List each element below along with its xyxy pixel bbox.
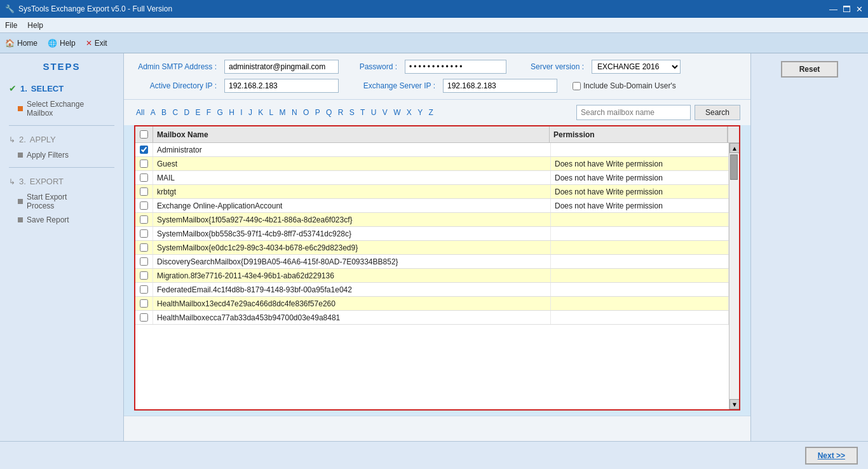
alpha-link-all[interactable]: All	[134, 107, 146, 118]
row-checkbox-cell	[135, 241, 153, 254]
substep3b-dot	[18, 217, 23, 222]
nav-exit[interactable]: ✕ Exit	[86, 39, 107, 48]
alpha-link-n[interactable]: N	[290, 107, 299, 118]
table-row[interactable]: SystemMailbox{1f05a927-449c-4b21-886a-8d…	[135, 213, 729, 227]
search-input[interactable]	[576, 105, 691, 120]
alpha-link-k[interactable]: K	[256, 107, 265, 118]
alpha-link-j[interactable]: J	[247, 107, 254, 118]
alpha-link-d[interactable]: D	[182, 107, 191, 118]
right-panel: Reset	[750, 53, 868, 441]
row-checkbox[interactable]	[140, 229, 148, 238]
menu-help[interactable]: Help	[27, 21, 43, 30]
alpha-link-q[interactable]: Q	[324, 107, 334, 118]
th-permission: Permission	[550, 126, 728, 142]
alpha-link-f[interactable]: F	[205, 107, 213, 118]
nav-home[interactable]: 🏠 Home	[5, 39, 37, 48]
alpha-link-o[interactable]: O	[301, 107, 311, 118]
alpha-link-y[interactable]: Y	[416, 107, 424, 118]
next-button[interactable]: Next >>	[805, 447, 858, 465]
row-checkbox[interactable]	[140, 201, 148, 210]
search-button[interactable]: Search	[695, 105, 740, 120]
row-checkbox[interactable]	[140, 187, 148, 196]
row-checkbox[interactable]	[140, 173, 148, 182]
server-version-select[interactable]: EXCHANGE 2016 EXCHANGE 2013 EXCHANGE 201…	[592, 60, 681, 74]
table-row[interactable]: DiscoverySearchMailbox{D919BA05-46A6-415…	[135, 255, 729, 269]
table-row[interactable]: MAILDoes not have Write permission	[135, 171, 729, 185]
scroll-thumb[interactable]	[730, 154, 738, 180]
table-scrollbar[interactable]: ▲ ▼	[729, 143, 739, 409]
menu-file[interactable]: File	[5, 21, 17, 30]
table-row[interactable]: HealthMailbox13ecd47e29ac466d8dc4fe836f5…	[135, 297, 729, 311]
row-checkbox[interactable]	[140, 243, 148, 252]
alpha-link-u[interactable]: U	[369, 107, 379, 118]
table-row[interactable]: SystemMailbox{bb558c35-97f1-4cb9-8ff7-d5…	[135, 227, 729, 241]
step3-arrow: ↳	[9, 177, 15, 186]
row-checkbox[interactable]	[140, 160, 148, 168]
substep-select-mailbox[interactable]: Select ExchangeMailbox	[0, 97, 123, 120]
table-row[interactable]: HealthMailboxecca77ab33da453b94700d03e49…	[135, 311, 729, 325]
table-row[interactable]: krbtgtDoes not have Write permission	[135, 185, 729, 199]
maximize-button[interactable]: 🗖	[843, 4, 851, 14]
row-checkbox[interactable]	[140, 215, 148, 224]
scroll-down-button[interactable]: ▼	[729, 399, 739, 409]
scroll-up-button[interactable]: ▲	[729, 143, 739, 153]
select-all-checkbox[interactable]	[140, 130, 148, 139]
alpha-link-a[interactable]: A	[149, 107, 158, 118]
alpha-link-s[interactable]: S	[348, 107, 356, 118]
form-section: Admin SMTP Address : Password : Server v…	[124, 53, 750, 100]
row-checkbox-cell	[135, 227, 153, 240]
reset-button[interactable]: Reset	[781, 61, 838, 78]
close-button[interactable]: ✕	[856, 4, 863, 14]
substep-start-export[interactable]: Start ExportProcess	[0, 190, 123, 213]
table-row[interactable]: FederatedEmail.4c1f4d8b-8179-4148-93bf-0…	[135, 283, 729, 297]
step3[interactable]: ↳ 3. EXPORT	[0, 173, 123, 190]
nav-help[interactable]: 🌐 Help	[48, 39, 76, 48]
row-checkbox[interactable]	[140, 146, 148, 154]
table-row[interactable]: Administrator	[135, 143, 729, 157]
alpha-link-g[interactable]: G	[215, 107, 224, 118]
alpha-link-h[interactable]: H	[227, 107, 236, 118]
step2[interactable]: ↳ 2. APPLY	[0, 131, 123, 148]
substep-apply-filters[interactable]: Apply Filters	[0, 148, 123, 162]
ad-ip-input[interactable]	[224, 79, 339, 93]
step1[interactable]: ✔ 1. SELECT	[0, 79, 123, 97]
subdomain-checkbox-label[interactable]: Include Sub-Domain User's	[573, 81, 676, 90]
alpha-link-l[interactable]: L	[268, 107, 276, 118]
alpha-link-i[interactable]: I	[238, 107, 244, 118]
row-checkbox[interactable]	[140, 285, 148, 294]
row-checkbox[interactable]	[140, 257, 148, 266]
substep-save-report[interactable]: Save Report	[0, 213, 123, 227]
alpha-link-r[interactable]: R	[336, 107, 346, 118]
row-checkbox-cell	[135, 297, 153, 310]
table-row[interactable]: SystemMailbox{e0dc1c29-89c3-4034-b678-e6…	[135, 241, 729, 255]
alpha-link-c[interactable]: C	[170, 107, 180, 118]
step2-label: APPLY	[30, 135, 56, 144]
table-row[interactable]: Exchange Online-ApplicationAccountDoes n…	[135, 199, 729, 213]
alpha-link-m[interactable]: M	[278, 107, 288, 118]
alpha-link-v[interactable]: V	[381, 107, 390, 118]
minimize-button[interactable]: —	[829, 4, 837, 14]
table-row[interactable]: Migration.8f3e7716-2011-43e4-96b1-aba62d…	[135, 269, 729, 283]
row-permission	[551, 311, 729, 324]
password-label: Password :	[346, 62, 397, 71]
row-permission	[551, 241, 729, 254]
alpha-link-e[interactable]: E	[193, 107, 202, 118]
alpha-link-x[interactable]: X	[405, 107, 414, 118]
row-checkbox[interactable]	[140, 271, 148, 280]
admin-smtp-input[interactable]	[224, 60, 339, 74]
row-checkbox[interactable]	[140, 299, 148, 308]
password-input[interactable]	[405, 60, 506, 74]
table-row[interactable]: GuestDoes not have Write permission	[135, 157, 729, 171]
alpha-link-z[interactable]: Z	[427, 107, 435, 118]
scroll-track	[729, 153, 739, 399]
exchange-ip-input[interactable]	[443, 79, 557, 93]
alpha-link-w[interactable]: W	[391, 107, 402, 118]
alpha-link-p[interactable]: P	[313, 107, 322, 118]
th-scroll	[728, 126, 739, 142]
substep2-label: Apply Filters	[27, 151, 69, 160]
alpha-link-b[interactable]: B	[159, 107, 168, 118]
row-checkbox[interactable]	[140, 313, 148, 322]
subdomain-checkbox[interactable]	[573, 82, 581, 90]
alpha-link-t[interactable]: T	[358, 107, 367, 118]
step-divider-1	[9, 125, 114, 126]
